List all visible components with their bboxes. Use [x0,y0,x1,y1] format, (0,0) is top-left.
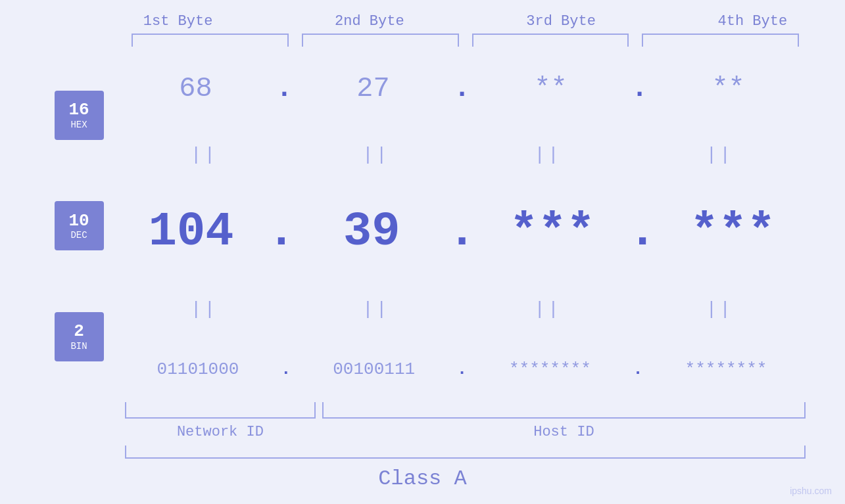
bin-badge: 2 BIN [55,312,104,361]
dec-value-1: 104 [149,205,234,259]
hex-cell-1: 68 [118,73,273,104]
dec-value-3: *** [510,205,595,259]
dec-cell-4: *** [660,205,806,259]
bin-label: BIN [70,341,87,352]
dec-cell-3: *** [479,205,625,259]
dec-value-2: 39 [343,205,400,259]
class-label: Class A [378,467,466,491]
hex-cell-4: ** [651,73,806,104]
hex-badge: 16 HEX [55,91,104,140]
dec-value-4: *** [690,205,776,259]
bin-value-1: 01101000 [157,359,239,379]
equals-row-2: || || || || [118,299,806,319]
hex-value-3: ** [534,73,567,104]
eq-2-3: || [462,299,634,319]
bottom-labels: Network ID Host ID [125,424,806,440]
bin-value-3: ******** [509,359,591,379]
hex-dot-1: . [276,75,293,103]
dec-dot-3: . [628,208,656,256]
bin-dot-2: . [457,361,468,378]
dec-cell-1: 104 [118,205,264,259]
eq-2-1: || [118,299,290,319]
base-labels: 16 HEX 10 DEC 2 BIN [39,53,118,399]
dec-cell-2: 39 [299,205,445,259]
class-label-row: Class A [39,467,806,491]
bin-number: 2 [74,322,84,341]
bin-cell-2: 00100111 [295,359,454,379]
eq-2-2: || [290,299,462,319]
bin-cell-1: 01101000 [118,359,278,379]
dec-label: DEC [70,230,87,241]
hex-value-4: ** [712,73,744,104]
eq-1-4: || [634,145,806,165]
hex-cell-2: 27 [296,73,450,104]
outer-bracket [125,446,806,459]
header-row: 1st Byte 2nd Byte 3rd Byte 4th Byte [82,13,845,34]
eq-2-4: || [634,299,806,319]
byte-header-3: 3rd Byte [466,13,657,34]
eq-1-2: || [290,145,462,165]
hex-label: HEX [70,120,87,130]
byte-header-4: 4th Byte [657,13,845,34]
dec-dot-2: . [448,208,476,256]
bin-cell-3: ******** [470,359,629,379]
bin-value-4: ******** [685,359,767,379]
dec-dot-1: . [267,208,295,256]
hex-value-2: 27 [356,73,389,104]
eq-1-3: || [462,145,634,165]
dec-number: 10 [68,212,89,231]
hex-dot-2: . [454,75,470,103]
hex-number: 16 [68,101,89,120]
hex-row: 68 . 27 . ** . ** [118,73,806,104]
hex-value-1: 68 [179,73,212,104]
bin-row: 01101000 . 00100111 . ******** . *******… [118,359,806,379]
bin-value-2: 00100111 [333,359,415,379]
bin-dot-3: . [633,361,643,378]
top-bracket-1 [132,34,289,47]
rows-container: 68 . 27 . ** . ** || || || || [118,53,806,399]
bottom-section: Network ID Host ID [125,402,806,440]
eq-1-1: || [118,145,290,165]
main-container: 1st Byte 2nd Byte 3rd Byte 4th Byte 16 H… [0,0,845,504]
top-brackets [125,34,806,47]
hex-dot-3: . [631,75,648,103]
content-area: 16 HEX 10 DEC 2 BIN 68 . 27 [39,53,806,399]
top-bracket-2 [302,34,459,47]
bin-cell-4: ******** [646,359,806,379]
equals-row-1: || || || || [118,145,806,165]
bottom-brackets [125,402,806,419]
host-id-label: Host ID [322,424,806,440]
network-bracket [125,402,316,419]
dec-row: 104 . 39 . *** . *** [118,205,806,259]
watermark: ipshu.com [790,486,832,496]
byte-header-1: 1st Byte [82,13,274,34]
host-bracket [322,402,806,419]
byte-header-2: 2nd Byte [274,13,465,34]
top-bracket-3 [472,34,629,47]
network-id-label: Network ID [125,424,316,440]
hex-cell-3: ** [473,73,628,104]
bin-dot-1: . [281,361,291,378]
dec-badge: 10 DEC [55,201,104,250]
top-bracket-4 [642,34,799,47]
